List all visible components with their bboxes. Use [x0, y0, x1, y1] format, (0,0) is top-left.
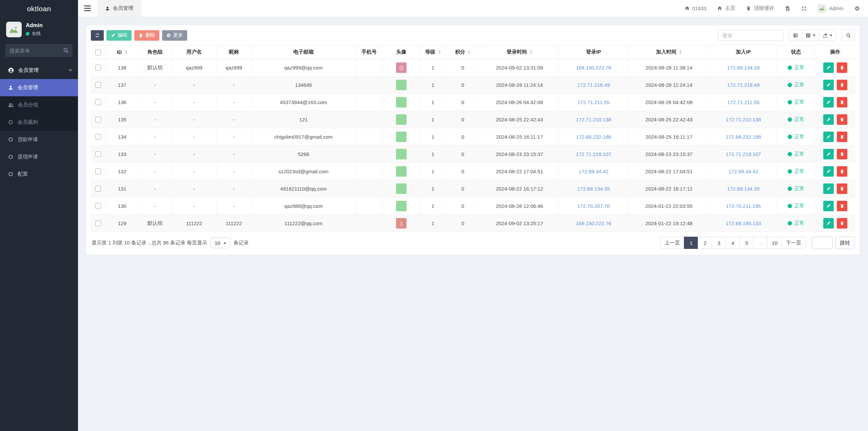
column-header[interactable]: 登录时间 — [480, 45, 559, 59]
ip-link[interactable]: 172.70.211.195 — [726, 203, 761, 209]
row-delete-button[interactable] — [837, 201, 847, 211]
row-checkbox[interactable] — [95, 169, 101, 174]
page-jump-input[interactable] — [812, 237, 833, 249]
row-edit-button[interactable] — [823, 149, 834, 159]
column-header[interactable]: 电子邮箱 — [251, 45, 356, 59]
row-delete-button[interactable] — [837, 218, 847, 229]
row-checkbox[interactable] — [95, 82, 101, 88]
sidebar-item-member-management-group[interactable]: 会员管理 — [0, 62, 78, 79]
fullscreen-icon[interactable] — [801, 6, 807, 11]
sidebar-item-member-management[interactable]: 会员管理 — [0, 79, 78, 96]
delete-button[interactable]: 删除 — [134, 30, 159, 41]
row-edit-button[interactable] — [823, 132, 834, 142]
table-search-input[interactable] — [718, 30, 783, 41]
row-edit-button[interactable] — [823, 218, 834, 229]
ip-link[interactable]: 172.71.210.138 — [576, 117, 611, 122]
row-edit-button[interactable] — [823, 97, 834, 107]
ip-link[interactable]: 172.71.218.49 — [727, 82, 760, 88]
ip-link[interactable]: 172.71.211.55 — [577, 99, 610, 105]
refresh-button[interactable] — [91, 30, 104, 41]
row-edit-button[interactable] — [823, 166, 834, 177]
row-delete-button[interactable] — [837, 149, 847, 159]
row-checkbox[interactable] — [95, 220, 101, 226]
page-button[interactable]: 下一页 — [782, 237, 806, 249]
ip-link[interactable]: 172.71.218.49 — [577, 82, 610, 88]
row-checkbox[interactable] — [95, 151, 101, 157]
language-icon[interactable] — [785, 6, 790, 11]
ip-link[interactable]: 172.68.232.188 — [576, 134, 611, 140]
sidebar-item-member-rules[interactable]: 会员规则 — [0, 114, 78, 131]
column-header[interactable]: 积分 — [446, 45, 480, 59]
ip-link[interactable]: 172.70.207.70 — [577, 203, 610, 209]
row-edit-button[interactable] — [823, 62, 834, 73]
column-header[interactable]: 用户名 — [172, 45, 216, 59]
row-delete-button[interactable] — [837, 80, 847, 90]
row-edit-button[interactable] — [823, 80, 834, 90]
settings-icon[interactable] — [854, 6, 860, 11]
ip-link[interactable]: 172.71.218.107 — [726, 151, 761, 157]
row-delete-button[interactable] — [837, 166, 847, 177]
row-checkbox[interactable] — [95, 117, 101, 122]
row-edit-button[interactable] — [823, 183, 834, 194]
page-button[interactable]: ... — [754, 237, 768, 249]
row-edit-button[interactable] — [823, 201, 834, 211]
ip-link[interactable]: 172.71.211.55 — [727, 99, 760, 105]
page-button[interactable]: 2 — [698, 237, 712, 249]
page-button[interactable]: 1 — [684, 237, 698, 249]
export-button[interactable] — [819, 30, 836, 41]
column-header[interactable]: 加入IP — [710, 45, 777, 59]
column-header[interactable]: 手机号 — [356, 45, 382, 59]
ip-link[interactable]: 172.69.195.133 — [726, 220, 761, 226]
detail-view-button[interactable] — [789, 30, 802, 41]
column-header[interactable]: 昵称 — [217, 45, 251, 59]
page-size-select[interactable]: 10 — [211, 238, 230, 248]
ip-link[interactable]: 172.69.134.35 — [727, 186, 760, 192]
column-header[interactable]: 操作 — [815, 45, 855, 59]
topbar-site-link[interactable]: 01833 — [685, 5, 707, 11]
hamburger-icon[interactable] — [78, 0, 97, 17]
search-toggle-button[interactable] — [842, 30, 855, 41]
edit-button[interactable]: 编辑 — [106, 30, 132, 41]
select-all-checkbox[interactable] — [95, 50, 101, 55]
row-delete-button[interactable] — [837, 183, 847, 194]
column-header[interactable]: 状态 — [777, 45, 815, 59]
row-delete-button[interactable] — [837, 97, 847, 107]
page-button[interactable]: 3 — [712, 237, 726, 249]
ip-link[interactable]: 172.71.210.138 — [726, 117, 761, 122]
sidebar-item-withdrawal-applications[interactable]: 提现申请 — [0, 148, 78, 165]
row-checkbox[interactable] — [95, 186, 101, 192]
columns-button[interactable] — [802, 30, 819, 41]
search-icon[interactable] — [63, 47, 69, 53]
column-header[interactable]: 头像 — [382, 45, 420, 59]
row-checkbox[interactable] — [95, 134, 101, 140]
row-delete-button[interactable] — [837, 62, 847, 73]
row-delete-button[interactable] — [837, 114, 847, 125]
row-delete-button[interactable] — [837, 132, 847, 142]
row-checkbox[interactable] — [95, 65, 101, 71]
sidebar-item-loan-applications[interactable]: 贷款申请 — [0, 131, 78, 148]
topbar-home-link[interactable]: 主页 — [717, 5, 735, 12]
ip-link[interactable]: 169.150.222.76 — [576, 220, 611, 226]
row-checkbox[interactable] — [95, 203, 101, 209]
column-header[interactable]: 角色组 — [138, 45, 172, 59]
column-header[interactable]: 加入时间 — [628, 45, 710, 59]
column-header[interactable]: 等级 — [420, 45, 446, 59]
sidebar-item-member-groups[interactable]: 会员分组 — [0, 96, 78, 114]
topbar-admin-menu[interactable]: Admin — [817, 4, 844, 13]
page-button[interactable]: 10 — [768, 237, 782, 249]
ip-link[interactable]: 172.69.134.35 — [577, 186, 610, 192]
column-header[interactable]: ID — [106, 45, 138, 59]
page-button[interactable]: 5 — [740, 237, 754, 249]
ip-link[interactable]: 172.68.232.188 — [726, 134, 761, 140]
column-header[interactable]: 登录IP — [559, 45, 628, 59]
topbar-clear-cache-button[interactable]: 清除缓存 — [746, 5, 774, 12]
more-button[interactable]: 更多 — [162, 30, 187, 41]
ip-link[interactable]: 172.69.34.42 — [729, 169, 758, 174]
ip-link[interactable]: 172.69.34.42 — [579, 169, 609, 174]
page-button[interactable]: 上一页 — [660, 237, 684, 249]
ip-link[interactable]: 169.150.222.76 — [576, 65, 611, 71]
ip-link[interactable]: 172.69.134.28 — [727, 65, 760, 71]
row-checkbox[interactable] — [95, 99, 101, 105]
tab-member-management[interactable]: 会员管理 — [97, 0, 141, 17]
menu-search-input[interactable] — [5, 44, 73, 57]
